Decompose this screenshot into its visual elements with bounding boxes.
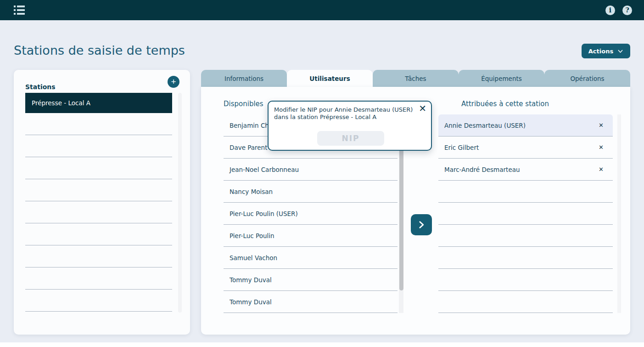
available-user-row[interactable]: Tommy Duval <box>224 291 398 313</box>
available-user-row[interactable]: Pier-Luc Poulin (USER) <box>224 203 398 225</box>
remove-user-icon[interactable]: ✕ <box>599 166 604 173</box>
assigned-user-row-highlighted[interactable]: Annie Desmarteau (USER) ✕ <box>438 114 613 137</box>
station-row-empty <box>25 267 172 290</box>
edit-nip-dialog: Modifier le NIP pour Annie Desmarteau (U… <box>268 101 432 151</box>
actions-button-label: Actions <box>588 48 613 55</box>
navbar-right-icons: i ? <box>605 0 632 20</box>
tab-taches[interactable]: Tâches <box>373 70 459 87</box>
list-menu-icon[interactable] <box>14 5 26 15</box>
chevron-right-icon <box>417 220 426 229</box>
add-station-button[interactable]: + <box>168 76 179 88</box>
dialog-message-line1: Modifier le NIP pour Annie Desmarteau (U… <box>274 106 413 113</box>
assigned-header: Attribuées à cette station <box>461 100 549 108</box>
assigned-user-name: Marc-André Desmarteau <box>444 166 520 173</box>
actions-button[interactable]: Actions <box>582 44 630 58</box>
assigned-user-row[interactable]: Marc-André Desmarteau ✕ <box>438 159 613 181</box>
assigned-user-row-empty <box>438 225 613 247</box>
stations-list: Prépresse - Local A <box>25 93 172 312</box>
available-user-row[interactable]: Samuel Vachon <box>224 247 398 269</box>
available-user-row[interactable]: Jean-Noel Carbonneau <box>224 159 398 181</box>
station-row-empty <box>25 245 172 267</box>
chevron-down-icon <box>617 48 623 54</box>
station-row-empty <box>25 135 172 157</box>
top-navbar: i ? <box>0 0 644 20</box>
tab-utilisateurs[interactable]: Utilisateurs <box>287 70 373 87</box>
remove-user-icon[interactable]: ✕ <box>599 122 604 129</box>
stations-panel-title: Stations <box>25 83 56 91</box>
close-icon[interactable]: ✕ <box>419 103 426 114</box>
available-user-row[interactable]: Pier-Luc Poulin <box>224 225 398 247</box>
station-row-selected[interactable]: Prépresse - Local A <box>25 93 172 113</box>
dialog-message-line2: dans la station Prépresse - Local A <box>274 114 376 120</box>
assigned-users-list: Annie Desmarteau (USER) ✕ Eric Gilbert ✕… <box>438 114 613 313</box>
dialog-message: Modifier le NIP pour Annie Desmarteau (U… <box>274 106 421 121</box>
assigned-user-row[interactable]: Eric Gilbert ✕ <box>438 137 613 159</box>
remove-user-icon[interactable]: ✕ <box>599 144 604 151</box>
stations-scrollbar-track[interactable] <box>178 93 182 313</box>
available-user-row[interactable]: Tommy Duval <box>224 269 398 291</box>
assigned-user-row-empty <box>438 181 613 203</box>
station-row-empty <box>25 223 172 245</box>
assigned-user-row-empty <box>438 203 613 225</box>
assigned-scrollbar-track[interactable] <box>617 114 621 313</box>
tab-equipements[interactable]: Équipements <box>459 70 544 87</box>
help-icon[interactable]: ? <box>622 6 632 15</box>
assigned-user-row-empty <box>438 247 613 269</box>
station-row-empty <box>25 201 172 223</box>
page-title: Stations de saisie de temps <box>14 43 185 57</box>
assigned-user-name: Eric Gilbert <box>444 144 479 151</box>
assigned-user-name: Annie Desmarteau (USER) <box>444 122 526 129</box>
nip-input[interactable] <box>317 131 384 146</box>
tab-operations[interactable]: Opérations <box>544 70 630 87</box>
stations-panel: + Stations Prépresse - Local A <box>14 70 190 335</box>
available-header: Disponibles <box>224 100 263 108</box>
tab-informations[interactable]: Informations <box>201 70 287 87</box>
tab-bar: Informations Utilisateurs Tâches Équipem… <box>201 70 630 87</box>
station-row-empty <box>25 179 172 201</box>
app-root: i ? Stations de saisie de temps Actions … <box>0 0 644 347</box>
available-user-row[interactable]: Nancy Moisan <box>224 181 398 203</box>
transfer-right-button[interactable] <box>411 214 432 235</box>
station-row-empty <box>25 290 172 312</box>
assigned-user-row-empty <box>438 291 613 313</box>
info-icon[interactable]: i <box>605 6 615 15</box>
station-row-empty <box>25 157 172 179</box>
assigned-user-row-empty <box>438 269 613 291</box>
station-row-empty <box>25 113 172 135</box>
